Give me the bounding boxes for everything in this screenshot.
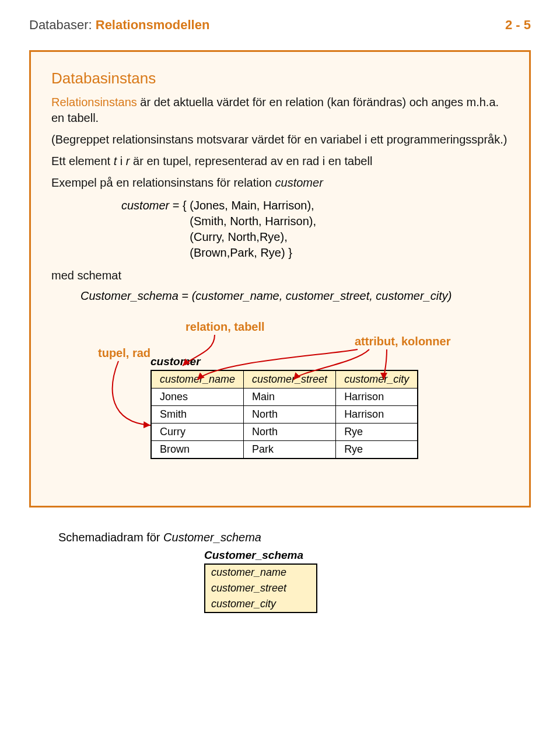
schema-definition: Customer_schema = (customer_name, custom… <box>80 289 509 303</box>
para-exempel: Exempel på en relationsinstans för relat… <box>51 175 509 191</box>
table-row: Curry North Rye <box>151 424 418 441</box>
cell: Harrison <box>336 388 418 406</box>
set-line: (Jones, Main, Harrison), <box>190 198 316 214</box>
customer-table: customer_name customer_street customer_c… <box>150 370 418 459</box>
header-prefix: Databaser: <box>29 18 92 32</box>
med-schemat: med schemat <box>51 268 509 284</box>
table-row: Smith North Harrison <box>151 406 418 424</box>
label-relation: relation, tabell <box>186 320 265 334</box>
section-title: Databasinstans <box>51 69 509 88</box>
schema-diag-intro-i: Customer_schema <box>163 531 261 544</box>
page-header: Databaser: Relationsmodellen 2 - 5 <box>29 18 531 33</box>
schema-attr: customer_street <box>205 580 316 596</box>
cell: Brown <box>151 441 244 459</box>
para-relationsinstans: Relationsinstans är det aktuella värdet … <box>51 94 509 126</box>
schema-diagram-section: Schemadiadram för Customer_schema Custom… <box>58 531 531 613</box>
set-line: (Curry, North,Rye), <box>190 229 316 245</box>
table-caption: customer <box>150 355 509 368</box>
para4-a: Exempel på en relationsinstans för relat… <box>51 176 275 189</box>
schema-attr: customer_name <box>205 565 316 580</box>
col-header: customer_city <box>336 370 418 388</box>
set-lines: (Jones, Main, Harrison), (Smith, North, … <box>190 198 316 261</box>
para3-b: i <box>117 155 126 167</box>
col-header: customer_name <box>151 370 244 388</box>
table-header-row: customer_name customer_street customer_c… <box>151 370 418 388</box>
schema-rhs: customer_name, customer_street, customer… <box>195 289 447 302</box>
para3-a: Ett element <box>51 155 114 167</box>
set-label-text: customer <box>121 199 169 212</box>
cell: Smith <box>151 406 244 424</box>
schema-lhs: Customer_schema <box>80 289 178 302</box>
table-row: Brown Park Rye <box>151 441 418 459</box>
table-row: Jones Main Harrison <box>151 388 418 406</box>
para3-r: r <box>126 155 130 167</box>
header-page-number: 2 - 5 <box>505 18 531 33</box>
set-label: customer = { <box>121 198 190 261</box>
cell: Harrison <box>336 406 418 424</box>
schema-attr: customer_city <box>205 596 316 612</box>
page: Databaser: Relationsmodellen 2 - 5 Datab… <box>0 0 560 631</box>
table-wrap: customer customer_name customer_street c… <box>150 355 509 459</box>
para-element: Ett element t i r är en tupel, represent… <box>51 153 509 169</box>
set-line: (Smith, North, Harrison), <box>190 214 316 229</box>
col-header: customer_street <box>244 370 336 388</box>
schema-diagram-body: Customer_schema customer_name customer_s… <box>204 549 531 613</box>
cell: Jones <box>151 388 244 406</box>
cell: North <box>244 424 336 441</box>
cell: North <box>244 406 336 424</box>
keyword-relationsinstans: Relationsinstans <box>51 96 137 108</box>
diagram-wrap: relation, tabell attribut, kolonner tupe… <box>51 320 509 459</box>
set-line: (Brown,Park, Rye) } <box>190 245 316 261</box>
cell: Rye <box>336 424 418 441</box>
cell: Curry <box>151 424 244 441</box>
cell: Park <box>244 441 336 459</box>
para4-b: customer <box>275 176 323 189</box>
schema-diag-intro: Schemadiadram för <box>58 531 163 544</box>
schema-box-title: Customer_schema <box>204 549 531 562</box>
para-begreppet: (Begreppet relationsinstans motsvarar vä… <box>51 132 509 148</box>
header-title: Relationsmodellen <box>96 18 210 32</box>
label-attribut: attribut, kolonner <box>355 335 450 348</box>
label-tupel: tupel, rad <box>98 346 150 360</box>
content-box: Databasinstans Relationsinstans är det a… <box>29 50 531 508</box>
cell: Main <box>244 388 336 406</box>
set-definition: customer = { (Jones, Main, Harrison), (S… <box>121 198 509 261</box>
cell: Rye <box>336 441 418 459</box>
para3-c: är en tupel, representerad av en rad i e… <box>130 155 373 167</box>
header-left: Databaser: Relationsmodellen <box>29 18 209 33</box>
schema-box: customer_name customer_street customer_c… <box>204 564 317 613</box>
